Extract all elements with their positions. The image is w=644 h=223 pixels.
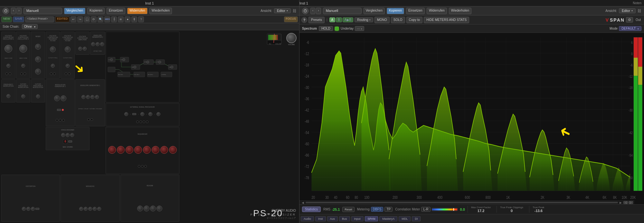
seq-knob2[interactable]: [117, 146, 125, 154]
reset-button[interactable]: Reset: [342, 207, 355, 212]
mod-port-2[interactable]: [59, 119, 62, 121]
vco1-port-1[interactable]: [5, 73, 8, 75]
hp-port-2[interactable]: [53, 73, 56, 75]
tune-icon[interactable]: 𝄞: [111, 16, 117, 22]
lp-mod-knob[interactable]: [66, 64, 70, 68]
lp-port-1[interactable]: [65, 73, 67, 75]
dist-knob3[interactable]: [31, 207, 35, 211]
mic-icon[interactable]: 🎙: [131, 16, 137, 22]
mode-dropdown[interactable]: Manuell: [24, 8, 62, 14]
right-einsetzen-button[interactable]: Einsetzen: [406, 8, 425, 14]
lp-port-2[interactable]: [68, 73, 71, 75]
eq-icon[interactable]: ≋: [118, 16, 124, 22]
track-mdl[interactable]: MDL: [399, 216, 411, 221]
reverb-decay-knob[interactable]: [150, 206, 156, 211]
help-icon[interactable]: ?: [138, 16, 144, 22]
ext-port-1[interactable]: [136, 121, 139, 123]
lp-cutoff-knob[interactable]: [65, 46, 71, 52]
solo-button[interactable]: SOLO: [391, 17, 405, 23]
mod-freq-knob[interactable]: [54, 95, 60, 101]
track-masterya[interactable]: MasteryA: [379, 216, 397, 221]
dist-knob1[interactable]: [22, 207, 26, 211]
seq-knob3[interactable]: [126, 146, 133, 154]
env2-d-knob[interactable]: [96, 42, 99, 46]
routing-button[interactable]: Routing ▾: [355, 17, 373, 22]
wiederholen-button[interactable]: Wiederholen: [149, 8, 172, 14]
reverb-spring-knob[interactable]: [137, 206, 143, 211]
ext-knob4[interactable]: [156, 112, 160, 116]
scroll-thumb[interactable]: [306, 202, 618, 203]
hp-mod-knob[interactable]: [51, 64, 55, 68]
ansicht-dropdown[interactable]: Editor ▾: [274, 8, 291, 13]
va-knob2[interactable]: [66, 133, 70, 137]
sidechain-dropdown[interactable]: Ohne ▾: [22, 24, 38, 29]
mod-port-3[interactable]: [62, 119, 65, 121]
freq-mod-knob[interactable]: [6, 94, 10, 98]
ext-port-2[interactable]: [139, 121, 142, 123]
underlay-dropdown[interactable]: --- ▾: [355, 26, 364, 31]
track-di[interactable]: DI: [412, 216, 421, 221]
cutoff-mod-knob[interactable]: [21, 94, 25, 98]
ab-b-button[interactable]: B: [336, 17, 342, 22]
echo-knob5[interactable]: [97, 207, 101, 211]
vco1-tune-knob[interactable]: [5, 45, 12, 53]
track-aus[interactable]: Aus: [327, 216, 338, 221]
headphone-icon[interactable]: 🎧: [84, 16, 90, 22]
env1-s-knob[interactable]: [90, 95, 94, 99]
nav-next-button[interactable]: ›: [16, 8, 21, 14]
hp-cutoff-knob[interactable]: [50, 46, 56, 52]
tp-button[interactable]: TP: [384, 207, 393, 212]
vca-knob1[interactable]: [78, 47, 82, 51]
env1-d-knob[interactable]: [86, 95, 90, 99]
right-nav-prev-button[interactable]: ‹: [310, 8, 315, 14]
seq-port-3[interactable]: [144, 165, 147, 168]
right-kopieren-button[interactable]: Kopieren: [387, 8, 404, 14]
copy-to-button[interactable]: Copy to: [406, 17, 422, 23]
span-help-button[interactable]: ?: [301, 17, 307, 23]
reverb-plate-knob[interactable]: [144, 206, 149, 211]
vco1-port-2[interactable]: [9, 73, 11, 75]
loop-icon[interactable]: ⟳: [91, 16, 97, 22]
scroll-left-button[interactable]: ◀: [301, 201, 305, 204]
echo-knob2[interactable]: [84, 207, 88, 211]
mode-dropdown[interactable]: DEFAULT ▾: [619, 26, 641, 31]
kopieren-button[interactable]: Kopieren: [87, 8, 105, 14]
cutoff-mod2-knob[interactable]: [36, 94, 40, 98]
corr-lr-button[interactable]: L-R: [421, 207, 430, 212]
reverb-damp-knob[interactable]: [156, 206, 162, 211]
search-icon[interactable]: 🔍: [98, 16, 103, 22]
nav-prev-button[interactable]: ‹: [11, 8, 16, 14]
env1-a-knob[interactable]: [81, 95, 85, 99]
seq-port-2[interactable]: [141, 165, 144, 168]
save-button[interactable]: SAVE: [13, 16, 24, 22]
track-inst[interactable]: Inst: [315, 216, 326, 221]
vca-knob2[interactable]: [83, 47, 87, 51]
vco2-tune-knob[interactable]: [19, 45, 27, 53]
right-wiederholen-button[interactable]: Wiederholen: [449, 8, 471, 14]
sync-switch[interactable]: [57, 109, 61, 111]
new-button[interactable]: NEW: [1, 16, 12, 22]
va-switch[interactable]: [68, 141, 72, 142]
presets-button[interactable]: Presets: [308, 17, 325, 23]
einsetzen-button[interactable]: Einsetzen: [107, 8, 125, 14]
seq-knob1[interactable]: [108, 146, 116, 154]
left-power-button[interactable]: [3, 8, 9, 14]
env1-r-knob[interactable]: [95, 95, 99, 99]
span-settings-button[interactable]: ⚙: [626, 17, 633, 23]
preset-select[interactable]: <Select Preset>: [25, 16, 54, 22]
ext-knob3[interactable]: [148, 112, 152, 116]
hp-port-1[interactable]: [50, 73, 52, 75]
ab-atob-button[interactable]: A▶B: [343, 17, 353, 22]
ext-port-4[interactable]: [146, 121, 148, 123]
va-knob3[interactable]: [70, 133, 74, 137]
seq-port-1[interactable]: [138, 165, 140, 168]
env2-s-knob[interactable]: [100, 42, 104, 46]
color-icon[interactable]: ●: [125, 16, 130, 22]
midi-icon[interactable]: MIDI: [104, 16, 110, 22]
redo-icon[interactable]: ↪: [77, 16, 83, 22]
ext-switch1[interactable]: [132, 113, 136, 115]
hold-button[interactable]: HOLD: [319, 26, 333, 31]
va-knob1[interactable]: [61, 133, 65, 137]
env1-port-2[interactable]: [90, 118, 93, 121]
vco2-waveform-knob[interactable]: [21, 64, 25, 68]
